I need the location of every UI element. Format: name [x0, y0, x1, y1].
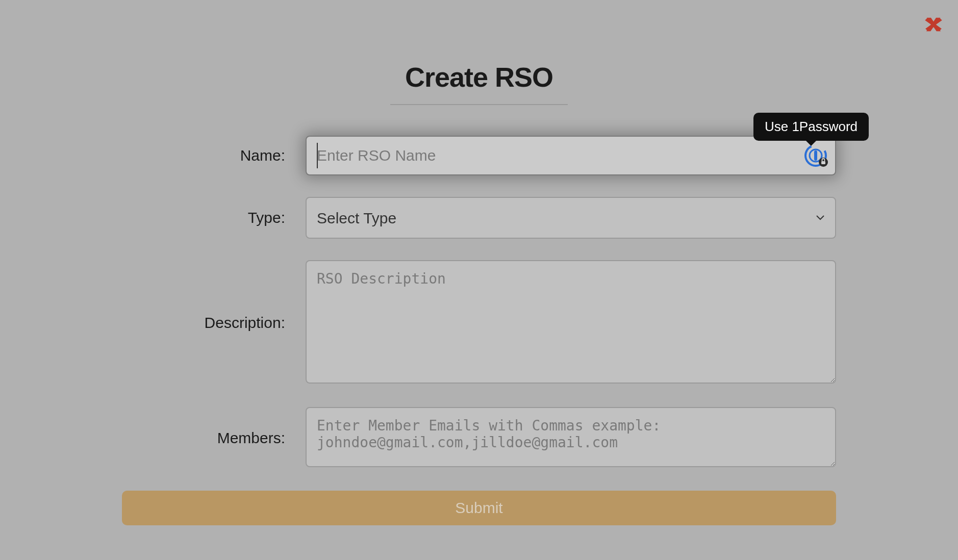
- type-label: Type:: [122, 209, 306, 226]
- form-row-description: Description:: [122, 260, 836, 386]
- create-rso-form: Create RSO Name: Use 1: [122, 0, 836, 525]
- svg-rect-2: [814, 150, 817, 161]
- title-underline: [390, 104, 568, 105]
- onepassword-icon[interactable]: Use 1Password: [804, 143, 829, 168]
- onepassword-tooltip: Use 1Password: [753, 113, 869, 141]
- form-row-name: Name: Use 1Password: [122, 136, 836, 175]
- members-label: Members:: [122, 429, 306, 447]
- description-textarea[interactable]: [306, 260, 836, 384]
- text-cursor: [317, 143, 318, 168]
- name-input[interactable]: [306, 136, 836, 175]
- form-row-members: Members:: [122, 407, 836, 469]
- type-select[interactable]: Select Type: [306, 197, 836, 239]
- name-label: Name:: [122, 147, 306, 164]
- close-button[interactable]: [923, 14, 944, 35]
- modal-title: Create RSO: [122, 61, 836, 93]
- svg-rect-4: [821, 161, 825, 164]
- form-row-type: Type: Select Type: [122, 197, 836, 239]
- members-textarea[interactable]: [306, 407, 836, 467]
- submit-button[interactable]: Submit: [122, 491, 836, 525]
- close-icon: [923, 28, 944, 36]
- description-label: Description:: [122, 314, 306, 332]
